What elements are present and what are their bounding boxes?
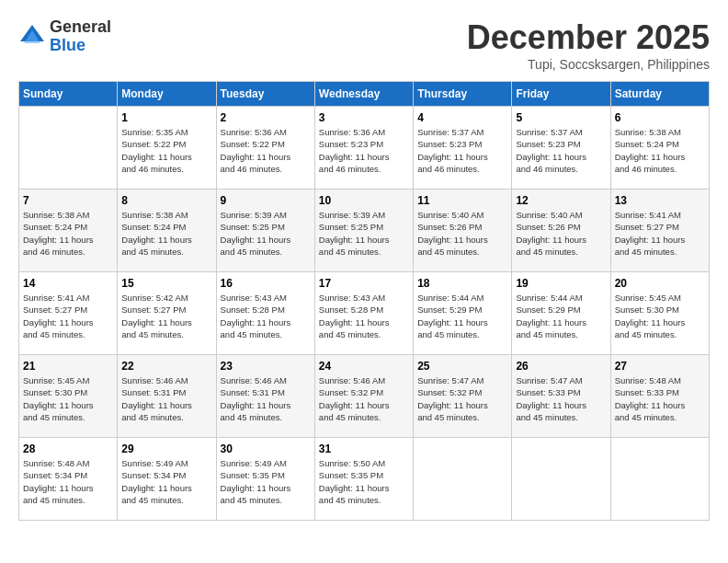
day-info: Sunrise: 5:46 AMSunset: 5:31 PMDaylight:… [221, 374, 311, 423]
col-header-tuesday: Tuesday [216, 82, 314, 107]
day-number: 31 [319, 442, 409, 455]
calendar-cell: 25Sunrise: 5:47 AMSunset: 5:32 PMDayligh… [414, 355, 512, 438]
logo-icon [18, 23, 46, 51]
day-number: 1 [121, 111, 211, 124]
day-info: Sunrise: 5:39 AMSunset: 5:25 PMDaylight:… [221, 209, 311, 258]
day-number: 23 [221, 360, 311, 373]
day-info: Sunrise: 5:45 AMSunset: 5:30 PMDaylight:… [615, 292, 705, 340]
day-info: Sunrise: 5:37 AMSunset: 5:23 PMDaylight:… [516, 126, 606, 175]
col-header-sunday: Sunday [19, 82, 118, 107]
location: Tupi, Soccsksargen, Philippines [467, 57, 710, 72]
col-header-wednesday: Wednesday [314, 82, 413, 107]
calendar-week-row: 1Sunrise: 5:35 AMSunset: 5:22 PMDaylight… [19, 107, 710, 190]
col-header-saturday: Saturday [610, 82, 709, 107]
day-number: 7 [23, 194, 113, 207]
calendar-cell: 3Sunrise: 5:36 AMSunset: 5:23 PMDaylight… [314, 107, 413, 190]
day-info: Sunrise: 5:50 AMSunset: 5:35 PMDaylight:… [319, 457, 409, 506]
day-number: 26 [516, 360, 606, 373]
calendar-cell: 2Sunrise: 5:36 AMSunset: 5:22 PMDaylight… [216, 107, 314, 190]
logo-text: General Blue [50, 18, 111, 55]
day-number: 19 [516, 277, 606, 290]
day-info: Sunrise: 5:38 AMSunset: 5:24 PMDaylight:… [121, 209, 211, 258]
day-info: Sunrise: 5:48 AMSunset: 5:33 PMDaylight:… [615, 374, 705, 423]
calendar-cell: 12Sunrise: 5:40 AMSunset: 5:26 PMDayligh… [512, 190, 610, 272]
day-number: 18 [417, 277, 507, 290]
day-info: Sunrise: 5:49 AMSunset: 5:35 PMDaylight:… [221, 457, 311, 506]
calendar-cell: 7Sunrise: 5:38 AMSunset: 5:24 PMDaylight… [19, 190, 118, 272]
day-info: Sunrise: 5:36 AMSunset: 5:23 PMDaylight:… [319, 126, 409, 175]
day-info: Sunrise: 5:45 AMSunset: 5:30 PMDaylight:… [23, 374, 113, 423]
day-number: 9 [221, 194, 311, 207]
col-header-monday: Monday [118, 82, 216, 107]
day-info: Sunrise: 5:39 AMSunset: 5:25 PMDaylight:… [319, 209, 409, 258]
day-info: Sunrise: 5:46 AMSunset: 5:32 PMDaylight:… [319, 374, 409, 423]
day-info: Sunrise: 5:46 AMSunset: 5:31 PMDaylight:… [121, 374, 211, 423]
day-info: Sunrise: 5:40 AMSunset: 5:26 PMDaylight:… [516, 209, 606, 258]
calendar-cell: 5Sunrise: 5:37 AMSunset: 5:23 PMDaylight… [512, 107, 610, 190]
calendar-cell: 16Sunrise: 5:43 AMSunset: 5:28 PMDayligh… [216, 272, 314, 355]
calendar-cell [610, 438, 709, 521]
calendar-cell: 10Sunrise: 5:39 AMSunset: 5:25 PMDayligh… [314, 190, 413, 272]
day-number: 5 [516, 111, 606, 124]
day-number: 30 [221, 442, 311, 455]
calendar-cell: 27Sunrise: 5:48 AMSunset: 5:33 PMDayligh… [610, 355, 709, 438]
day-number: 29 [121, 442, 211, 455]
day-info: Sunrise: 5:38 AMSunset: 5:24 PMDaylight:… [23, 209, 113, 258]
calendar-cell: 15Sunrise: 5:42 AMSunset: 5:27 PMDayligh… [118, 272, 216, 355]
day-number: 3 [319, 111, 409, 124]
day-info: Sunrise: 5:42 AMSunset: 5:27 PMDaylight:… [121, 292, 211, 340]
calendar-cell: 6Sunrise: 5:38 AMSunset: 5:24 PMDaylight… [610, 107, 709, 190]
day-info: Sunrise: 5:37 AMSunset: 5:23 PMDaylight:… [417, 126, 507, 175]
day-number: 14 [23, 277, 113, 290]
calendar-cell: 22Sunrise: 5:46 AMSunset: 5:31 PMDayligh… [118, 355, 216, 438]
day-number: 12 [516, 194, 606, 207]
day-number: 17 [319, 277, 409, 290]
day-number: 16 [221, 277, 311, 290]
calendar-cell: 23Sunrise: 5:46 AMSunset: 5:31 PMDayligh… [216, 355, 314, 438]
day-info: Sunrise: 5:49 AMSunset: 5:34 PMDaylight:… [121, 457, 211, 506]
day-number: 28 [23, 442, 113, 455]
calendar-table: SundayMondayTuesdayWednesdayThursdayFrid… [18, 81, 710, 521]
title-area: December 2025 Tupi, Soccsksargen, Philip… [467, 18, 710, 72]
calendar-cell: 31Sunrise: 5:50 AMSunset: 5:35 PMDayligh… [314, 438, 413, 521]
calendar-cell: 9Sunrise: 5:39 AMSunset: 5:25 PMDaylight… [216, 190, 314, 272]
day-number: 25 [417, 360, 507, 373]
calendar-cell: 19Sunrise: 5:44 AMSunset: 5:29 PMDayligh… [512, 272, 610, 355]
day-info: Sunrise: 5:44 AMSunset: 5:29 PMDaylight:… [417, 292, 507, 340]
calendar-cell: 1Sunrise: 5:35 AMSunset: 5:22 PMDaylight… [118, 107, 216, 190]
day-info: Sunrise: 5:47 AMSunset: 5:32 PMDaylight:… [417, 374, 507, 423]
day-number: 6 [615, 111, 705, 124]
calendar-week-row: 7Sunrise: 5:38 AMSunset: 5:24 PMDaylight… [19, 190, 710, 272]
calendar-cell [19, 107, 118, 190]
day-info: Sunrise: 5:41 AMSunset: 5:27 PMDaylight:… [23, 292, 113, 340]
day-number: 24 [319, 360, 409, 373]
day-info: Sunrise: 5:43 AMSunset: 5:28 PMDaylight:… [221, 292, 311, 340]
calendar-cell: 18Sunrise: 5:44 AMSunset: 5:29 PMDayligh… [414, 272, 512, 355]
day-number: 10 [319, 194, 409, 207]
calendar-cell: 24Sunrise: 5:46 AMSunset: 5:32 PMDayligh… [314, 355, 413, 438]
calendar-cell: 11Sunrise: 5:40 AMSunset: 5:26 PMDayligh… [414, 190, 512, 272]
logo: General Blue [18, 18, 111, 55]
col-header-friday: Friday [512, 82, 610, 107]
calendar-header-row: SundayMondayTuesdayWednesdayThursdayFrid… [19, 82, 710, 107]
col-header-thursday: Thursday [414, 82, 512, 107]
day-number: 13 [615, 194, 705, 207]
calendar-cell: 4Sunrise: 5:37 AMSunset: 5:23 PMDaylight… [414, 107, 512, 190]
calendar-cell: 13Sunrise: 5:41 AMSunset: 5:27 PMDayligh… [610, 190, 709, 272]
day-number: 8 [121, 194, 211, 207]
day-info: Sunrise: 5:36 AMSunset: 5:22 PMDaylight:… [221, 126, 311, 175]
day-number: 11 [417, 194, 507, 207]
day-number: 20 [615, 277, 705, 290]
day-number: 15 [121, 277, 211, 290]
calendar-cell: 28Sunrise: 5:48 AMSunset: 5:34 PMDayligh… [19, 438, 118, 521]
day-number: 2 [221, 111, 311, 124]
day-number: 27 [615, 360, 705, 373]
calendar-cell [414, 438, 512, 521]
day-info: Sunrise: 5:40 AMSunset: 5:26 PMDaylight:… [417, 209, 507, 258]
day-info: Sunrise: 5:48 AMSunset: 5:34 PMDaylight:… [23, 457, 113, 506]
logo-general: General [50, 17, 111, 36]
calendar-cell: 17Sunrise: 5:43 AMSunset: 5:28 PMDayligh… [314, 272, 413, 355]
day-number: 22 [121, 360, 211, 373]
logo-blue: Blue [50, 36, 85, 54]
calendar-cell: 14Sunrise: 5:41 AMSunset: 5:27 PMDayligh… [19, 272, 118, 355]
